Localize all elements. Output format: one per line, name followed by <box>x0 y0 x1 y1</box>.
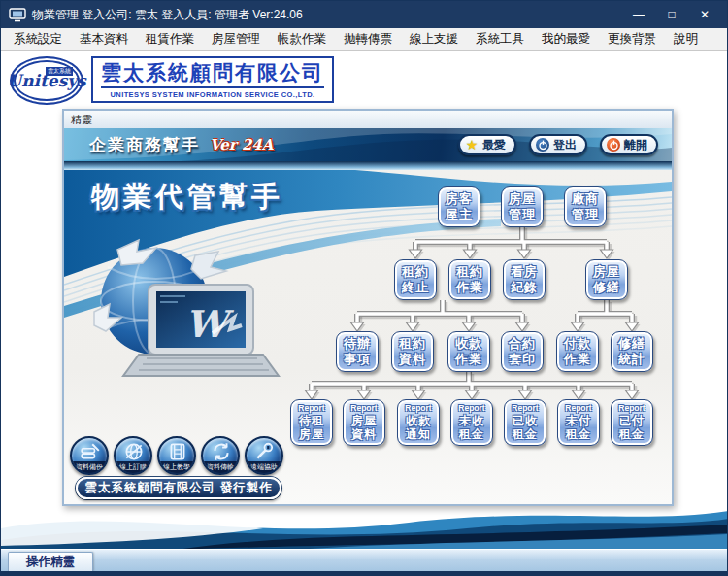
wizard-version: Ver 24A <box>210 136 273 153</box>
exit-button[interactable]: 離開 <box>600 134 658 155</box>
tree-button-contract-print[interactable]: 合約套印 <box>501 331 544 372</box>
header-substrip <box>64 161 672 170</box>
quick-button-remote-assist[interactable]: 遠端協助 <box>245 436 283 475</box>
report-button-received-rent[interactable]: Report 已收租金 <box>504 399 546 446</box>
quick-button-online-tutorial[interactable]: 線上教學 <box>157 436 196 475</box>
bottom-wave-decoration <box>1 501 727 550</box>
tree-button-house-repair[interactable]: 房屋修繕 <box>585 259 628 300</box>
quick-button-online-order[interactable]: 線上訂購 <box>114 436 152 475</box>
menu-system-settings[interactable]: 系統設定 <box>5 28 71 50</box>
company-name-box: 雲太系統顧問有限公司 UNITESYS SYSTEM INFORMATION S… <box>91 56 334 103</box>
globe-icon <box>123 441 145 462</box>
menu-system-tools[interactable]: 系統工具 <box>467 28 533 50</box>
menu-online-support[interactable]: 線上支援 <box>401 28 467 50</box>
tree-button-collection-operations[interactable]: 收款作業 <box>447 331 490 372</box>
tree-button-payment-operations[interactable]: 付款作業 <box>556 331 599 372</box>
menu-change-background[interactable]: 更換背景 <box>599 28 665 50</box>
tree-button-repair-statistics[interactable]: 修繕統計 <box>611 331 653 372</box>
report-button-paid-rent[interactable]: Report 已付租金 <box>611 399 653 446</box>
backup-disk-icon <box>80 441 101 462</box>
company-name-zh: 雲太系統顧問有限公司 <box>101 60 324 85</box>
minimize-button[interactable]: — <box>622 3 655 26</box>
quick-button-data-transfer[interactable]: 資料傳輸 <box>201 436 240 475</box>
favorite-button[interactable]: ★ 最愛 <box>458 134 516 155</box>
wizard-window: 精靈 企業商務幫手 Ver 24A ★ 最愛 <box>62 109 674 506</box>
company-logo: Unitesys 雲太系統 雲太系統顧問有限公司 UNITESYS SYSTEM… <box>10 56 334 105</box>
status-tab-wizard[interactable]: 操作精靈 <box>8 552 93 571</box>
sync-arrows-icon <box>211 441 232 462</box>
report-button-house-data[interactable]: Report 房屋資料 <box>343 399 385 446</box>
tree-button-lease-data[interactable]: 租約資料 <box>391 331 434 372</box>
client-area: Unitesys 雲太系統 雲太系統顧問有限公司 UNITESYS SYSTEM… <box>1 51 727 575</box>
tree-button-house-management[interactable]: 房屋管理 <box>501 186 544 227</box>
wizard-action-buttons: ★ 最愛 登出 離開 <box>458 134 672 155</box>
menu-account-operations[interactable]: 帳款作業 <box>269 28 335 50</box>
report-button-unreceived-rent[interactable]: Report 未收租金 <box>450 399 493 446</box>
wizard-window-title: 精靈 <box>64 111 672 128</box>
menu-basic-data[interactable]: 基本資料 <box>71 28 137 50</box>
tree-button-lease-operations[interactable]: 租約作業 <box>448 259 491 300</box>
publisher-banner: 雲太系統顧問有限公司 發行製作 <box>76 477 281 499</box>
menu-voucher-transfer[interactable]: 拋轉傳票 <box>335 28 401 50</box>
wrench-icon <box>254 441 276 462</box>
star-icon: ★ <box>465 138 479 152</box>
unitesys-oval-logo: Unitesys 雲太系統 <box>10 56 83 105</box>
logout-button[interactable]: 登出 <box>529 134 587 155</box>
title-bar: 物業管理 登入公司: 雲太 登入人員: 管理者 Ver:24.06 — □ ✕ <box>1 1 727 28</box>
close-button[interactable]: ✕ <box>688 3 721 26</box>
wizard-body: W 物業代管幫手 房客屋主 房屋管理 <box>64 170 672 504</box>
menu-bar: 系統設定 基本資料 租賃作業 房屋管理 帳款作業 拋轉傳票 線上支援 系統工具 … <box>1 28 727 51</box>
logo-mini-text: 雲太系統 <box>46 67 73 76</box>
maximize-button[interactable]: □ <box>655 3 688 26</box>
quick-button-backup[interactable]: 資料備份 <box>70 436 109 475</box>
tree-button-vendor-management[interactable]: 廠商管理 <box>564 186 607 227</box>
wizard-title: 企業商務幫手 <box>89 134 200 156</box>
menu-help[interactable]: 說明 <box>665 28 707 50</box>
tree-button-lease-terminate[interactable]: 租約終止 <box>394 259 437 300</box>
tree-button-viewing-records[interactable]: 看房紀錄 <box>503 259 546 300</box>
menu-house-management[interactable]: 房屋管理 <box>203 28 269 50</box>
window-bottom-frame <box>1 571 727 575</box>
tree-button-tenant-owner[interactable]: 房客屋主 <box>438 186 480 227</box>
film-icon <box>167 441 188 462</box>
menu-lease-operations[interactable]: 租賃作業 <box>137 28 203 50</box>
tree-button-todo-items[interactable]: 待辦事項 <box>336 331 379 372</box>
application-window: 物業管理 登入公司: 雲太 登入人員: 管理者 Ver:24.06 — □ ✕ … <box>0 0 728 576</box>
company-name-en: UNITESYS SYSTEM INFORMATION SERVICE CO.,… <box>101 86 324 99</box>
menu-favorites[interactable]: 我的最愛 <box>533 28 599 50</box>
status-bar: 操作精靈 <box>1 549 727 571</box>
wizard-header: 企業商務幫手 Ver 24A ★ 最愛 登出 <box>64 128 672 161</box>
app-monitor-icon <box>9 8 26 22</box>
report-button-collection-notice[interactable]: Report 收款通知 <box>397 399 440 446</box>
window-title: 物業管理 登入公司: 雲太 登入人員: 管理者 Ver:24.06 <box>32 7 622 23</box>
report-button-unpaid-rent[interactable]: Report 未付租金 <box>557 399 600 446</box>
logout-power-icon <box>536 138 549 152</box>
report-button-vacant-houses[interactable]: Report 待租房屋 <box>290 399 333 446</box>
exit-power-icon <box>607 138 620 152</box>
